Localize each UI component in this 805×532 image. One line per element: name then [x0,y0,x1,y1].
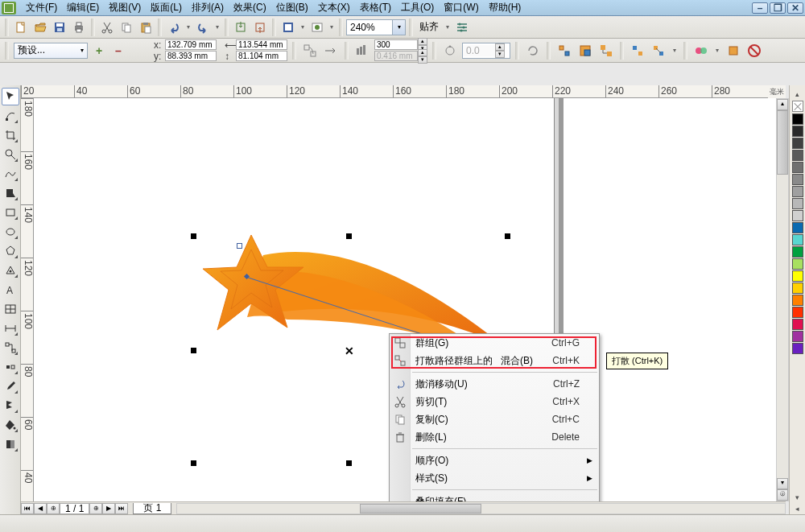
palette-flyout-button[interactable]: ◂ [791,503,804,514]
open-button[interactable] [31,19,49,36]
page-add-before-button[interactable]: ⊕ [47,503,60,514]
eyedropper-tool[interactable] [2,377,19,395]
snap-label[interactable]: 贴齐 [416,20,442,34]
export-button[interactable] [251,19,269,36]
zoom-combo[interactable]: ▾ [346,19,406,35]
selection-handle-tr[interactable] [505,233,510,239]
preset-add-button[interactable]: + [91,43,107,59]
menu-effects[interactable]: 效果(C) [229,0,271,16]
pick-tool[interactable] [2,88,19,105]
path-props-dropdown[interactable]: ▾ [671,42,679,60]
color-swatch[interactable] [792,138,803,149]
fill-tool[interactable] [2,416,19,434]
page-prev-button[interactable]: ◀ [34,503,47,514]
menu-help[interactable]: 帮助(H) [484,0,526,16]
menu-text[interactable]: 文本(X) [313,0,355,16]
ctx-order[interactable]: 顺序(O)▶ [390,452,599,469]
color-swatch[interactable] [792,307,803,318]
import-button[interactable] [232,19,250,36]
color-swatch[interactable] [792,222,803,233]
pos-y-input[interactable] [165,51,217,61]
freehand-tool[interactable] [2,165,19,183]
zoom-arrow-button[interactable]: ▾ [392,20,405,35]
save-button[interactable] [51,19,68,36]
undo-dropdown[interactable]: ▾ [184,19,192,36]
vertical-ruler[interactable]: 180160140120100806040 [21,98,34,501]
menu-edit[interactable]: 编辑(E) [62,0,104,16]
color-swatch[interactable] [792,126,803,137]
path-props-icon[interactable] [650,42,667,60]
color-swatch[interactable] [792,198,803,209]
ctx-style[interactable]: 样式(S)▶ [390,469,599,487]
spacing-input[interactable] [374,51,418,61]
connector-tool[interactable] [2,339,19,357]
menu-view[interactable]: 视图(V) [104,0,146,16]
palette-up-button[interactable]: ▴ [791,89,804,100]
menu-bitmap[interactable]: 位图(B) [271,0,313,16]
app-launcher-dropdown[interactable]: ▾ [299,19,307,36]
selection-handle-ml[interactable] [191,348,196,353]
ellipse-tool[interactable] [2,223,19,241]
menu-tools[interactable]: 工具(O) [396,0,439,16]
shape-tool[interactable] [2,107,19,125]
height-input[interactable] [236,51,287,61]
selection-handle-bl[interactable] [191,460,196,466]
options-button[interactable] [453,19,471,36]
color-swatch[interactable] [792,113,803,125]
copy-button[interactable] [118,19,135,36]
color-swatch[interactable] [792,210,803,221]
color-swatch[interactable] [792,150,803,161]
snap-dropdown[interactable]: ▾ [444,19,452,36]
menu-arrange[interactable]: 排列(A) [187,0,229,16]
clear-blend-icon[interactable] [745,42,763,60]
dimension-tool[interactable] [2,320,19,337]
smart-fill-tool[interactable] [2,184,19,202]
new-button[interactable] [12,19,30,36]
redo-button[interactable] [194,19,212,36]
ctx-group[interactable]: 群组(G)Ctrl+G [390,334,599,352]
steps-input[interactable] [374,39,418,50]
interactive-fill-tool[interactable] [2,435,19,453]
print-button[interactable] [70,19,88,36]
interactive-blend-tool[interactable] [2,358,19,376]
page-last-button[interactable]: ⏭ [115,503,128,514]
preset-combo[interactable]: 预设... ▾ [14,43,88,59]
accel-size-icon[interactable] [597,42,615,60]
color-swatch[interactable] [792,270,803,282]
zoom-tool[interactable] [2,146,19,163]
outline-tool[interactable] [2,397,19,414]
palette-no-color[interactable] [792,101,803,112]
color-swatch[interactable] [792,174,803,185]
start-end-icon[interactable] [629,42,646,60]
menu-layout[interactable]: 版面(L) [146,0,187,16]
color-swatch[interactable] [792,295,803,306]
loop-icon[interactable] [524,42,542,60]
ctx-cut[interactable]: 剪切(T)Ctrl+X [390,393,599,410]
win-close-button[interactable]: ✕ [787,2,803,14]
color-swatch[interactable] [792,246,803,258]
blend-start-node[interactable] [237,243,242,249]
page-next-button[interactable]: ▶ [102,503,115,514]
win-restore-button[interactable]: ❐ [770,2,786,14]
outline-input[interactable] [463,45,495,56]
horizontal-scrollbar[interactable] [176,503,786,514]
rotate-icon[interactable] [441,42,459,60]
ctx-copy[interactable]: 复制(C)Ctrl+C [390,410,599,428]
page-first-button[interactable]: ⏮ [21,503,34,514]
color-swatch[interactable] [792,258,803,270]
blend-path-icon[interactable] [301,42,319,60]
selection-handle-tl[interactable] [191,233,196,239]
color-swatch[interactable] [792,234,803,245]
rectangle-tool[interactable] [2,204,19,221]
ctx-delete[interactable]: 删除(L)Delete [390,428,599,446]
outline-combo[interactable]: ▴▾ [462,43,510,59]
win-minimize-button[interactable]: – [752,2,768,14]
page-add-after-button[interactable]: ⊕ [89,503,102,514]
pos-x-input[interactable] [165,39,217,50]
color-swatch[interactable] [792,331,803,342]
width-input[interactable] [236,39,287,50]
color-swatch[interactable] [792,282,803,294]
copy-props-icon[interactable] [724,42,742,60]
welcome-dropdown[interactable]: ▾ [328,19,336,36]
selection-handle-tm[interactable] [346,233,352,239]
